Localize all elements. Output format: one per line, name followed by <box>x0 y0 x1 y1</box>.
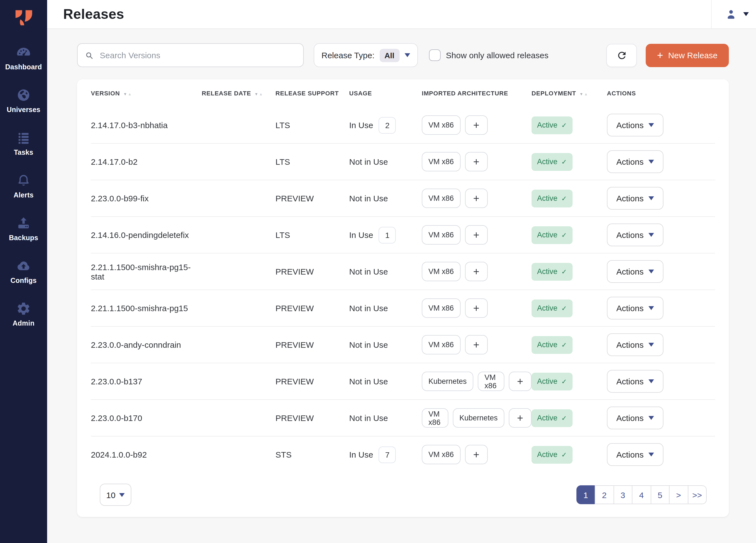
sidebar-item-label: Alerts <box>14 191 34 199</box>
user-menu[interactable] <box>711 0 756 28</box>
actions-button[interactable]: Actions <box>607 443 663 466</box>
deployment-status-text: Active <box>537 121 558 129</box>
check-icon: ✓ <box>561 268 567 275</box>
configs-icon <box>16 258 31 274</box>
usage-text: Not in Use <box>349 377 388 386</box>
release-support-cell: PREVIEW <box>275 193 349 203</box>
imported-architecture-cell: KubernetesVM x86+ <box>422 372 532 391</box>
sidebar-item-universes[interactable]: Universes <box>0 84 47 126</box>
sidebar-item-label: Configs <box>11 277 37 285</box>
add-architecture-button[interactable]: + <box>465 225 488 244</box>
column-label: USAGE <box>349 90 372 96</box>
architecture-chip[interactable]: VM x86 <box>422 445 461 464</box>
sidebar-item-tasks[interactable]: Tasks <box>0 126 47 169</box>
deployment-status-badge: Active✓ <box>532 262 573 281</box>
page-size-select[interactable]: 10 <box>100 484 131 506</box>
actions-button[interactable]: Actions <box>607 150 663 173</box>
release-type-filter[interactable]: Release Type: All <box>314 43 418 67</box>
column-label: DEPLOYMENT <box>532 90 576 96</box>
table-body: 2.14.17.0-b3-nbhatiaLTSIn Use2VM x86+Act… <box>77 107 729 473</box>
add-architecture-button[interactable]: + <box>465 335 488 355</box>
actions-label: Actions <box>616 157 643 166</box>
show-allowed-releases-toggle[interactable]: Show only allowed releases <box>429 49 548 61</box>
page-button-5[interactable]: 5 <box>650 485 670 504</box>
deployment-status-badge: Active✓ <box>532 153 573 170</box>
architecture-chip[interactable]: VM x86 <box>422 262 461 281</box>
page-button-3[interactable]: 3 <box>613 485 632 504</box>
page-button-4[interactable]: 4 <box>632 485 651 504</box>
add-architecture-button[interactable]: + <box>509 408 532 428</box>
version-cell: 2.23.0.0-b170 <box>91 413 202 423</box>
architecture-chip[interactable]: VM x86 <box>478 372 504 391</box>
column-header-deployment[interactable]: DEPLOYMENT▼▲ <box>532 90 607 96</box>
actions-button[interactable]: Actions <box>607 407 663 429</box>
architecture-chip[interactable]: VM x86 <box>422 225 461 244</box>
architecture-chip[interactable]: VM x86 <box>422 152 461 171</box>
sort-icons[interactable]: ▼▲ <box>254 90 263 96</box>
add-architecture-button[interactable]: + <box>465 188 488 208</box>
sort-icons[interactable]: ▼▲ <box>123 90 132 96</box>
architecture-chip[interactable]: VM x86 <box>422 335 461 355</box>
search-input[interactable] <box>99 50 296 60</box>
deployment-cell: Active✓ <box>532 116 607 134</box>
actions-button[interactable]: Actions <box>607 187 663 210</box>
imported-architecture-cell: VM x86+ <box>422 225 532 244</box>
architecture-chip[interactable]: VM x86 <box>422 299 461 318</box>
refresh-button[interactable] <box>606 44 637 67</box>
actions-label: Actions <box>616 450 643 459</box>
sidebar-item-configs[interactable]: Configs <box>0 254 47 297</box>
universes-icon <box>16 88 31 103</box>
sidebar-item-admin[interactable]: Admin <box>0 297 47 340</box>
deployment-cell: Active✓ <box>532 299 607 317</box>
next-page-button[interactable]: > <box>669 485 688 504</box>
deployment-cell: Active✓ <box>532 446 607 463</box>
actions-label: Actions <box>616 340 643 350</box>
actions-button[interactable]: Actions <box>607 333 663 356</box>
column-header-actions: ACTIONS <box>607 90 715 96</box>
architecture-chip[interactable]: VM x86 <box>422 408 448 428</box>
column-header-release-date[interactable]: RELEASE DATE▼▲ <box>202 90 275 96</box>
version-cell: 2.23.0.0-b137 <box>91 377 202 386</box>
deployment-status-text: Active <box>537 231 558 239</box>
version-cell: 2.14.16.0-pendingdeletefix <box>91 230 202 239</box>
actions-button[interactable]: Actions <box>607 297 663 320</box>
release-support-cell: PREVIEW <box>275 377 349 386</box>
caret-down-icon <box>648 196 654 200</box>
add-architecture-button[interactable]: + <box>509 372 532 391</box>
page-button-1[interactable]: 1 <box>576 485 595 504</box>
last-page-button[interactable]: >> <box>688 485 707 504</box>
sidebar-item-backups[interactable]: Backups <box>0 212 47 254</box>
page-button-2[interactable]: 2 <box>595 485 614 504</box>
sidebar-item-alerts[interactable]: Alerts <box>0 169 47 212</box>
new-release-button[interactable]: + New Release <box>646 44 729 67</box>
yugabyte-logo-icon[interactable] <box>14 6 34 30</box>
actions-button[interactable]: Actions <box>607 260 663 283</box>
table-row: 2.23.0.0-andy-conndrainPREVIEWNot in Use… <box>91 327 715 363</box>
architecture-chip[interactable]: VM x86 <box>422 188 461 208</box>
deployment-status-badge: Active✓ <box>532 189 573 207</box>
column-header-version[interactable]: VERSION▼▲ <box>91 90 202 96</box>
usage-text: In Use <box>349 450 373 459</box>
architecture-chip[interactable]: Kubernetes <box>422 372 473 391</box>
actions-button[interactable]: Actions <box>607 114 663 136</box>
check-icon: ✓ <box>561 378 567 385</box>
sort-icons[interactable]: ▼▲ <box>579 90 588 96</box>
actions-label: Actions <box>616 267 643 276</box>
add-architecture-button[interactable]: + <box>465 445 488 464</box>
usage-count-badge: 1 <box>379 226 396 243</box>
add-architecture-button[interactable]: + <box>465 299 488 318</box>
version-cell: 2.21.1.1500-smishra-pg15-stat <box>91 262 202 281</box>
add-architecture-button[interactable]: + <box>465 115 488 135</box>
architecture-chip[interactable]: Kubernetes <box>453 408 504 428</box>
add-architecture-button[interactable]: + <box>465 262 488 281</box>
caret-down-icon <box>648 453 654 457</box>
sidebar-item-dashboard[interactable]: Dashboard <box>0 41 47 84</box>
usage-cell: Not in Use <box>349 304 422 313</box>
architecture-chip[interactable]: VM x86 <box>422 115 461 135</box>
actions-button[interactable]: Actions <box>607 223 663 246</box>
column-header-imported-architecture: IMPORTED ARCHITECTURE <box>422 90 532 96</box>
deployment-status-badge: Active✓ <box>532 299 573 317</box>
add-architecture-button[interactable]: + <box>465 152 488 171</box>
actions-button[interactable]: Actions <box>607 370 663 393</box>
show-allowed-checkbox[interactable] <box>429 49 440 61</box>
